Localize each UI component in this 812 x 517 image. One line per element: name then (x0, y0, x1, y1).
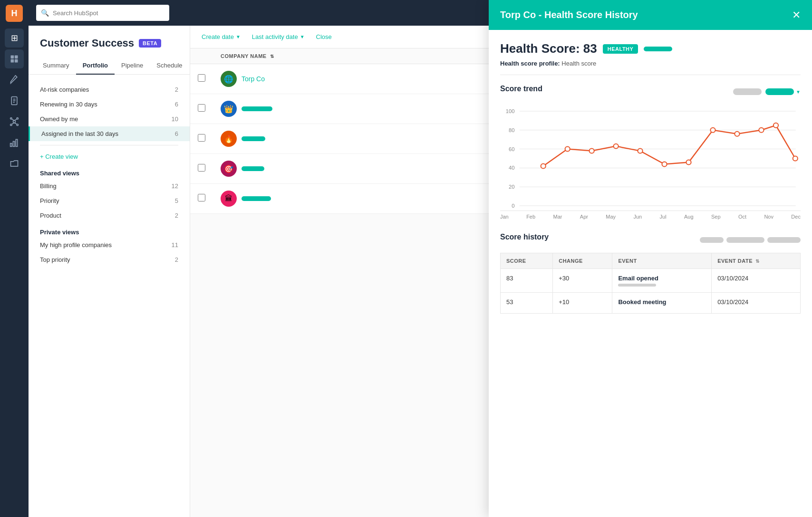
view-renewing-30[interactable]: Renewing in 30 days 6 (29, 97, 190, 112)
health-profile-row: Health score profile: Health score (500, 60, 801, 75)
beta-badge: BETA (139, 39, 161, 48)
nav-folder-icon[interactable] (5, 154, 24, 173)
history-table: SCORE CHANGE EVENT EVENT DATE ⇅ 83 +30 (500, 253, 801, 314)
company-bar-4 (242, 196, 271, 201)
history-change-1: +30 (553, 269, 612, 293)
row-checkbox-2[interactable] (190, 124, 213, 154)
change-col-header: CHANGE (553, 253, 612, 269)
sidebar: Customer Success BETA Summary Portfolio … (29, 26, 190, 517)
view-high-profile[interactable]: My high profile companies 11 (29, 238, 190, 252)
svg-rect-2 (11, 59, 14, 63)
sidebar-header: Customer Success BETA (29, 26, 190, 49)
tab-schedule[interactable]: Schedule (150, 57, 189, 75)
tab-bar: Summary Portfolio Pipeline Schedule Feed (29, 57, 190, 75)
nav-connections-icon[interactable] (5, 112, 24, 131)
svg-point-34 (590, 149, 594, 153)
search-icon: 🔍 (41, 9, 49, 17)
health-status-badge: HEALTHY (603, 44, 638, 54)
history-pill-1[interactable] (700, 237, 724, 243)
svg-point-33 (565, 147, 570, 152)
tab-summary[interactable]: Summary (36, 57, 76, 75)
company-avatar-3: 🎯 (221, 161, 237, 177)
nav-contact-icon[interactable] (5, 49, 24, 68)
svg-rect-19 (16, 139, 17, 146)
view-priority[interactable]: Priority 5 (29, 193, 190, 208)
nav-pencil-icon[interactable] (5, 70, 24, 89)
row-checkbox-4[interactable] (190, 184, 213, 214)
svg-text:20: 20 (509, 184, 514, 190)
svg-point-12 (10, 124, 12, 125)
create-view-button[interactable]: + Create view (29, 149, 190, 164)
chart-header: Score trend ▼ (500, 85, 801, 99)
view-owned-by-me[interactable]: Owned by me 10 (29, 112, 190, 126)
score-trend-section: Score trend ▼ (500, 85, 801, 220)
health-score-row: Health Score: 83 HEALTHY (500, 41, 801, 56)
svg-line-16 (12, 123, 14, 124)
score-history-title: Score history (500, 233, 549, 241)
history-pill-3[interactable] (767, 237, 801, 243)
svg-point-40 (735, 132, 739, 136)
view-at-risk-companies[interactable]: At-risk companies 2 (29, 82, 190, 97)
row-checkbox-0[interactable] (190, 64, 213, 94)
score-trend-chart: 100 80 60 40 20 0 (500, 106, 801, 211)
chart-dropdown-arrow: ▼ (796, 89, 801, 95)
create-date-chevron: ▼ (236, 34, 241, 39)
svg-rect-17 (10, 144, 12, 147)
view-assigned-30-days[interactable]: Assigned in the last 30 days 6 (29, 126, 190, 141)
nav-document-icon[interactable] (5, 91, 24, 110)
company-avatar-4: 🏛 (221, 191, 237, 207)
row-checkbox-1[interactable] (190, 94, 213, 124)
search-box[interactable]: 🔍 (36, 5, 169, 21)
modal-close-button[interactable]: ✕ (792, 10, 801, 20)
modal-title: Torp Co - Health Score History (500, 10, 638, 20)
history-pill-2[interactable] (726, 237, 764, 243)
history-event-2: Booked meeting (612, 293, 712, 314)
svg-point-35 (614, 144, 619, 149)
health-score-number: Health Score: 83 (500, 41, 597, 56)
score-col-header: SCORE (501, 253, 553, 269)
modal-header: Torp Co - Health Score History ✕ (489, 0, 812, 30)
sort-icon-name: ⇅ (270, 54, 274, 59)
history-change-2: +10 (553, 293, 612, 314)
search-input[interactable] (53, 10, 164, 17)
view-top-priority[interactable]: Top priority 2 (29, 252, 190, 267)
chart-x-labels: Jan Feb Mar Apr May Jun Jul Aug Sep Oct … (500, 211, 801, 220)
svg-text:80: 80 (509, 127, 514, 133)
svg-point-41 (759, 128, 764, 133)
score-history-section: Score history SCORE CHANGE EVENT EVENT D… (500, 231, 801, 314)
svg-text:60: 60 (509, 146, 514, 152)
svg-rect-0 (11, 56, 14, 59)
svg-text:0: 0 (512, 203, 514, 209)
svg-rect-18 (13, 142, 15, 147)
modal-body: Health Score: 83 HEALTHY Health score pr… (489, 30, 812, 517)
company-name-0[interactable]: Torp Co (242, 75, 265, 83)
chart-pill-1[interactable] (733, 88, 762, 95)
row-checkbox-3[interactable] (190, 154, 213, 184)
page-title: Customer Success (40, 37, 134, 49)
svg-point-9 (17, 118, 18, 119)
tab-portfolio[interactable]: Portfolio (76, 57, 115, 75)
svg-point-38 (686, 160, 691, 164)
company-avatar-2: 🔥 (221, 131, 237, 147)
svg-text:40: 40 (509, 165, 514, 171)
hubspot-logo[interactable]: H (6, 5, 23, 22)
left-navigation: H ⊞ (0, 0, 29, 517)
chart-dropdown[interactable]: ▼ (765, 88, 801, 95)
event-date-sort-icon: ⇅ (755, 258, 760, 264)
close-filter[interactable]: Close (312, 31, 336, 42)
view-billing[interactable]: Billing 12 (29, 179, 190, 193)
chart-svg: 100 80 60 40 20 0 (500, 106, 801, 211)
history-score-1: 83 (501, 269, 553, 293)
history-date-2: 03/10/2024 (712, 293, 801, 314)
view-product[interactable]: Product 2 (29, 208, 190, 223)
tab-pipeline[interactable]: Pipeline (115, 57, 150, 75)
select-all-header (190, 48, 213, 64)
create-date-filter[interactable]: Create date ▼ (198, 31, 244, 42)
score-trend-title: Score trend (500, 85, 542, 93)
last-activity-filter[interactable]: Last activity date ▼ (248, 31, 309, 42)
svg-point-37 (662, 162, 667, 166)
event-col-header: EVENT (612, 253, 712, 269)
svg-line-14 (12, 119, 14, 121)
nav-chart-icon[interactable] (5, 133, 24, 152)
nav-grid-icon[interactable]: ⊞ (5, 29, 24, 48)
